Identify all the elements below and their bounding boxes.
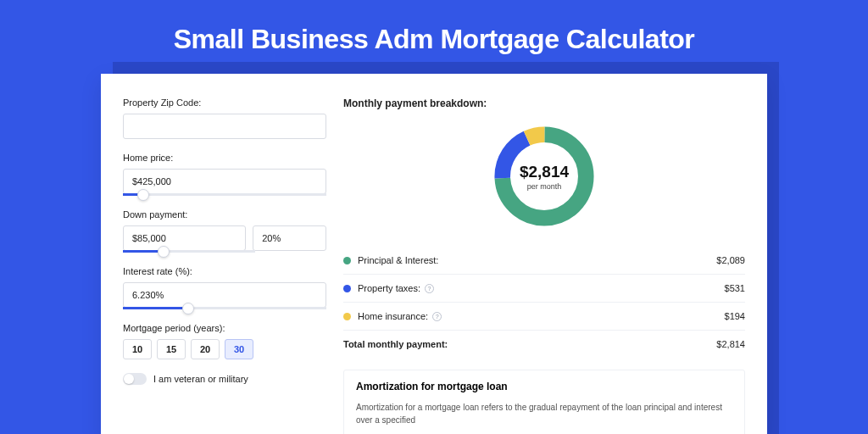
donut-amount: $2,814 xyxy=(520,163,569,181)
info-icon[interactable]: ? xyxy=(425,284,434,293)
slider-thumb[interactable] xyxy=(158,246,170,258)
breakdown-total-row: Total monthly payment: $2,814 xyxy=(343,330,745,358)
total-label: Total monthly payment: xyxy=(343,339,716,349)
down-payment-label: Down payment: xyxy=(123,209,326,220)
donut-chart: $2,814 per month xyxy=(343,121,745,231)
period-btn-30[interactable]: 30 xyxy=(225,339,253,359)
breakdown-label: Home insurance:? xyxy=(358,311,725,321)
form-column: Property Zip Code: Home price: Down paym… xyxy=(123,97,326,434)
zip-field-group: Property Zip Code: xyxy=(123,97,326,139)
breakdown-row: Principal & Interest:$2,089 xyxy=(343,247,745,274)
interest-rate-group: Interest rate (%): xyxy=(123,266,326,309)
breakdown-value: $2,089 xyxy=(716,255,745,265)
veteran-toggle-row: I am veteran or military xyxy=(123,373,326,385)
amortization-text: Amortization for a mortgage loan refers … xyxy=(356,401,732,426)
zip-input[interactable] xyxy=(123,114,326,139)
amortization-title: Amortization for mortgage loan xyxy=(356,381,732,392)
down-payment-group: Down payment: xyxy=(123,209,326,253)
calculator-card: Property Zip Code: Home price: Down paym… xyxy=(101,74,767,434)
slider-thumb[interactable] xyxy=(137,189,149,201)
breakdown-value: $531 xyxy=(725,283,745,293)
period-btn-15[interactable]: 15 xyxy=(157,339,186,359)
slider-fill xyxy=(123,307,188,309)
period-btn-10[interactable]: 10 xyxy=(123,339,152,359)
veteran-label: I am veteran or military xyxy=(153,374,248,384)
page-title: Small Business Adm Mortgage Calculator xyxy=(0,0,868,74)
breakdown-title: Monthly payment breakdown: xyxy=(343,97,745,109)
legend-dot xyxy=(343,285,351,292)
period-group: Mortgage period (years): 10152030 xyxy=(123,323,326,359)
zip-label: Property Zip Code: xyxy=(123,97,326,108)
slider-thumb[interactable] xyxy=(182,303,194,314)
down-payment-slider[interactable] xyxy=(123,250,255,253)
veteran-toggle[interactable] xyxy=(123,373,147,385)
donut-center: $2,814 per month xyxy=(520,163,569,191)
down-payment-pct-input[interactable] xyxy=(253,225,326,251)
breakdown-column: Monthly payment breakdown: $2,814 per mo… xyxy=(343,97,745,434)
home-price-input[interactable] xyxy=(123,169,326,194)
amortization-box: Amortization for mortgage loan Amortizat… xyxy=(343,370,745,434)
interest-rate-label: Interest rate (%): xyxy=(123,266,326,276)
total-value: $2,814 xyxy=(716,339,745,349)
breakdown-row: Home insurance:?$194 xyxy=(343,302,745,330)
interest-rate-input[interactable] xyxy=(123,282,326,308)
breakdown-value: $194 xyxy=(725,311,745,321)
period-label: Mortgage period (years): xyxy=(123,323,326,333)
legend-dot xyxy=(343,257,351,264)
legend-dot xyxy=(343,313,351,320)
home-price-group: Home price: xyxy=(123,153,326,196)
home-price-slider[interactable] xyxy=(123,193,326,196)
interest-rate-slider[interactable] xyxy=(123,307,326,309)
breakdown-label: Property taxes:? xyxy=(358,283,725,293)
period-btn-20[interactable]: 20 xyxy=(191,339,220,359)
info-icon[interactable]: ? xyxy=(432,312,442,321)
donut-sub: per month xyxy=(520,182,569,191)
home-price-label: Home price: xyxy=(123,153,326,163)
breakdown-label: Principal & Interest: xyxy=(358,255,716,265)
down-payment-amount-input[interactable] xyxy=(123,225,246,251)
breakdown-row: Property taxes:?$531 xyxy=(343,274,745,302)
